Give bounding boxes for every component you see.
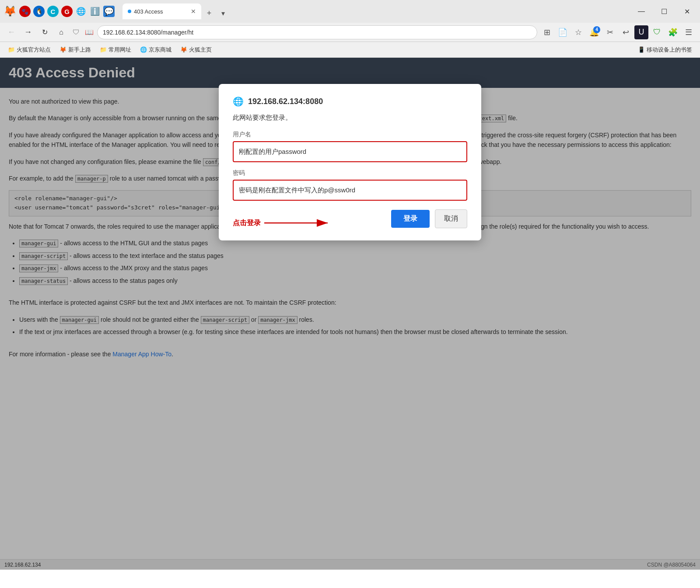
menu-icon[interactable]: ☰ [682,25,696,39]
firefox-icon2: 🦊 [180,46,187,53]
bookmark-huahu[interactable]: 📁 火狐官方站点 [4,44,54,56]
click-hint-text: 点击登录 [233,219,261,228]
mobile-label: 移动设备上的书签 [647,46,692,54]
bookmark-huahu2[interactable]: 🦊 火狐主页 [177,44,215,56]
modal-host: 192.168.62.134:8080 [248,97,323,106]
toolbar-icons: ⊞ 📄 ☆ 🔔 4 ✂ ↩ U 🛡 🧩 ☰ [540,25,696,39]
username-group: 用户名 [233,131,467,162]
firefox-icon-small: 🦊 [60,46,66,53]
bookmark-label: 火狐主页 [189,46,212,54]
qr-icon[interactable]: ⊞ [540,25,554,39]
bookmark-xinshoulü[interactable]: 🦊 新手上路 [56,44,94,56]
reader-icon[interactable]: 📄 [556,25,570,39]
crop-icon[interactable]: ✂ [603,25,617,39]
modal-header: 🌐 192.168.62.134:8080 [233,96,467,107]
arrow-svg [264,218,334,228]
tab-label: 403 Access [134,8,163,15]
bookmark-label: 京东商城 [149,46,172,54]
home-button[interactable]: ⌂ [54,25,68,39]
tab-dropdown-button[interactable]: ▾ [217,7,229,19]
bookmark-mobile[interactable]: 📱 移动设备上的书签 [634,44,696,56]
icon-chat[interactable]: 💬 [103,6,115,17]
password-input[interactable] [233,180,467,201]
modal-actions: 点击登录 登录 取消 [233,209,467,228]
bookmark-label: 火狐官方站点 [17,46,51,54]
forward-button[interactable]: → [21,25,35,39]
cancel-button[interactable]: 取消 [435,209,467,228]
folder-icon2: 📁 [100,46,107,53]
icon-linux[interactable]: 🐧 [33,6,45,17]
login-modal: 🌐 192.168.62.134:8080 此网站要求您登录。 用户名 密码 点… [219,84,481,240]
notification-wrapper: 🔔 4 [587,25,601,39]
close-button[interactable]: ✕ [677,4,696,18]
window-controls: — ☐ ✕ [632,4,696,18]
bookmark-jingdong[interactable]: 🌐 京东商城 [136,44,175,56]
tab-close-button[interactable]: ✕ [191,8,196,15]
active-tab[interactable]: 403 Access ✕ [122,3,201,19]
bookmark-label: 新手上路 [68,46,91,54]
password-group: 密码 [233,169,467,201]
mobile-icon: 📱 [638,46,645,53]
username-label: 用户名 [233,131,467,139]
reload-button[interactable]: ↻ [38,25,52,39]
navigation-toolbar: ← → ↻ ⌂ 🛡 📖 192.168.62.134:8080/manager/… [0,23,700,42]
login-button[interactable]: 登录 [391,210,430,228]
modal-overlay: 🌐 192.168.62.134:8080 此网站要求您登录。 用户名 密码 点… [0,58,700,570]
modal-subtitle: 此网站要求您登录。 [233,114,467,122]
click-hint: 点击登录 [233,218,334,228]
bookmark-star-icon: 📖 [84,27,94,38]
page-content: 403 Access Denied You are not authorized… [0,58,700,570]
bookmark-changyong[interactable]: 📁 常用网址 [96,44,135,56]
back-button[interactable]: ← [4,25,18,39]
bookmark-icon[interactable]: ☆ [571,25,585,39]
firefox-icon[interactable]: 🦊 [4,5,17,17]
bookmark-label: 常用网址 [108,46,131,54]
shield-icon[interactable]: 🛡 [650,25,664,39]
url-text: 192.168.62.134:8080/manager/ht [103,29,193,36]
notification-badge: 4 [593,26,600,33]
globe-icon: 🌐 [140,46,147,53]
browser-chrome: 🦊 🐾 🐧 C G 🌐 ℹ️ 💬 403 Access ✕ + ▾ — ☐ ✕ … [0,0,700,58]
new-tab-button[interactable]: + [203,7,215,19]
icon-red[interactable]: 🐾 [19,6,31,17]
extensions-icon[interactable]: 🧩 [666,25,680,39]
folder-icon: 📁 [8,46,15,53]
maximize-button[interactable]: ☐ [654,4,674,18]
icon-c[interactable]: C [47,6,59,17]
title-bar: 🦊 🐾 🐧 C G 🌐 ℹ️ 💬 403 Access ✕ + ▾ — ☐ ✕ [0,0,700,23]
security-icon: 🛡 [71,27,81,38]
icon-info[interactable]: ℹ️ [89,6,101,17]
ublock-icon[interactable]: U [634,25,648,39]
address-bar[interactable]: 192.168.62.134:8080/manager/ht [97,25,537,39]
icon-vpn[interactable]: 🌐 [75,6,87,17]
minimize-button[interactable]: — [632,4,651,18]
password-label: 密码 [233,169,467,177]
username-input[interactable] [233,141,467,162]
back-history-icon[interactable]: ↩ [619,25,633,39]
globe-icon-modal: 🌐 [233,96,244,107]
tab-dot [128,10,131,13]
icon-g[interactable]: G [61,6,73,17]
bookmarks-bar: 📁 火狐官方站点 🦊 新手上路 📁 常用网址 🌐 京东商城 🦊 火狐主页 📱 移… [0,42,700,58]
